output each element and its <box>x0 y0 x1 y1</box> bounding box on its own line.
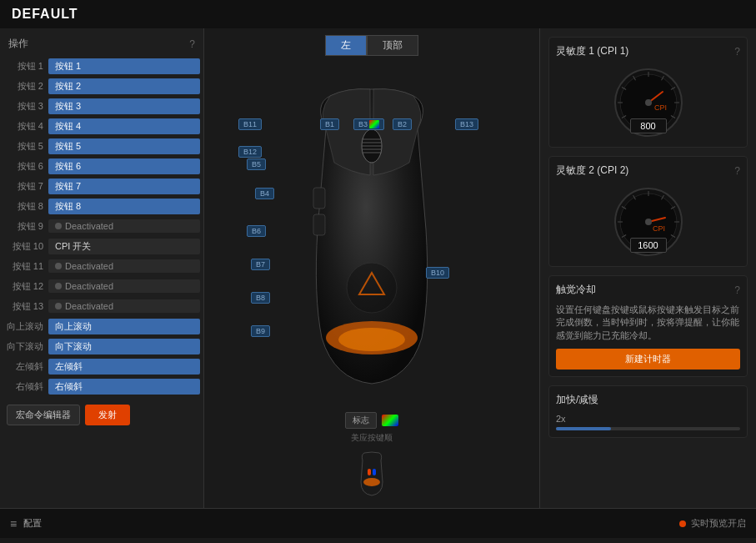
button-row-15[interactable]: 左倾斜左倾斜 <box>0 356 203 376</box>
button-row-2[interactable]: 按钮 3按钮 3 <box>0 96 203 116</box>
button-value-1[interactable]: 按钮 2 <box>48 78 200 94</box>
title-bar: DEFAULT <box>0 0 756 28</box>
bottom-buttons: 宏命令编辑器 发射 <box>0 400 203 430</box>
b10-label[interactable]: B10 <box>426 267 449 279</box>
config-label[interactable]: 配置 <box>23 517 42 530</box>
button-value-11[interactable]: Deactivated <box>48 279 200 293</box>
button-id-4: 按钮 5 <box>3 140 43 153</box>
button-row-6[interactable]: 按钮 7按钮 7 <box>0 176 203 196</box>
live-indicator <box>679 520 686 527</box>
svg-rect-14 <box>373 469 376 475</box>
b4-label[interactable]: B4 <box>255 188 274 199</box>
button-row-7[interactable]: 按钮 8按钮 8 <box>0 196 203 216</box>
b12-label[interactable]: B12 <box>238 146 262 158</box>
button-list: 按钮 1按钮 1按钮 2按钮 2按钮 3按钮 3按钮 4按钮 4按钮 5按钮 5… <box>0 56 203 396</box>
sensitivity1-dial[interactable]: CPI 800 <box>611 65 686 140</box>
help-icon[interactable]: ? <box>189 38 195 50</box>
button-id-15: 左倾斜 <box>3 360 43 373</box>
b5-label[interactable]: B5 <box>247 158 266 170</box>
button-value-10[interactable]: Deactivated <box>48 259 200 273</box>
mouse-thumbnail <box>356 450 388 501</box>
button-id-10: 按钮 11 <box>3 260 43 273</box>
button-id-8: 按钮 9 <box>3 220 43 233</box>
sensitivity1-section: 灵敏度 1 (CPI 1) ? <box>548 37 748 148</box>
svg-point-30 <box>645 99 652 106</box>
sensitivity1-value[interactable]: 800 <box>630 118 667 133</box>
button-value-5[interactable]: 按钮 6 <box>48 158 200 174</box>
svg-point-46 <box>645 219 652 225</box>
button-id-5: 按钮 6 <box>3 160 43 173</box>
view-top-button[interactable]: 顶部 <box>367 35 418 56</box>
view-toggle: 左 顶部 <box>325 35 418 56</box>
bottom-sublabel: 美应按键顺 <box>351 432 393 444</box>
button-row-3[interactable]: 按钮 4按钮 4 <box>0 116 203 136</box>
button-value-16[interactable]: 右倾斜 <box>48 379 200 395</box>
button-row-9[interactable]: 按钮 10CPI 开关 <box>0 236 203 256</box>
button-value-0[interactable]: 按钮 1 <box>48 58 200 74</box>
b2-label[interactable]: B2 <box>393 118 412 130</box>
button-row-12[interactable]: 按钮 13Deactivated <box>0 296 203 316</box>
sensitivity1-help[interactable]: ? <box>734 46 740 58</box>
button-row-4[interactable]: 按钮 5按钮 5 <box>0 136 203 156</box>
button-overlay: B11 B12 B1 B3 B2 B13 B5 B4 B6 <box>230 79 513 430</box>
button-id-14: 向下滚动 <box>3 340 43 353</box>
sensitivity2-value[interactable]: 1600 <box>630 238 667 253</box>
haptic-help[interactable]: ? <box>734 284 740 296</box>
right-panel: 灵敏度 1 (CPI 1) ? <box>539 28 756 508</box>
b7-label[interactable]: B7 <box>251 259 270 270</box>
acceleration-header: 加快/减慢 <box>556 393 740 407</box>
haptic-title: 触觉冷却 <box>556 283 596 297</box>
footer-left: ≡ 配置 <box>10 517 42 530</box>
sensitivity1-title: 灵敏度 1 (CPI 1) <box>556 44 628 58</box>
haptic-timer-button[interactable]: 新建计时器 <box>556 349 740 370</box>
button-value-12[interactable]: Deactivated <box>48 299 200 313</box>
button-value-15[interactable]: 左倾斜 <box>48 359 200 375</box>
button-row-5[interactable]: 按钮 6按钮 6 <box>0 156 203 176</box>
sensitivity2-help[interactable]: ? <box>734 165 740 177</box>
left-panel: 操作 ? 按钮 1按钮 1按钮 2按钮 2按钮 3按钮 3按钮 4按钮 4按钮 … <box>0 28 204 508</box>
button-row-0[interactable]: 按钮 1按钮 1 <box>0 56 203 76</box>
acceleration-section: 加快/减慢 2x <box>548 385 748 438</box>
b11-label[interactable]: B11 <box>238 118 262 130</box>
button-row-1[interactable]: 按钮 2按钮 2 <box>0 76 203 96</box>
button-row-10[interactable]: 按钮 11Deactivated <box>0 256 203 276</box>
mouse-container: B11 B12 B1 B3 B2 B13 B5 B4 B6 <box>230 63 513 409</box>
button-id-7: 按钮 8 <box>3 200 43 213</box>
macro-editor-button[interactable]: 宏命令编辑器 <box>7 405 80 425</box>
fire-button[interactable]: 发射 <box>85 405 130 425</box>
button-value-14[interactable]: 向下滚动 <box>48 339 200 354</box>
button-value-3[interactable]: 按钮 4 <box>48 118 200 134</box>
svg-text:CPI: CPI <box>653 224 665 233</box>
speed-bar[interactable] <box>556 427 740 430</box>
b1-label[interactable]: B1 <box>320 118 339 130</box>
button-row-14[interactable]: 向下滚动向下滚动 <box>0 336 203 356</box>
button-row-16[interactable]: 右倾斜右倾斜 <box>0 376 203 396</box>
button-row-13[interactable]: 向上滚动向上滚动 <box>0 316 203 336</box>
button-id-13: 向上滚动 <box>3 320 43 333</box>
button-row-11[interactable]: 按钮 12Deactivated <box>0 276 203 296</box>
button-value-4[interactable]: 按钮 5 <box>48 138 200 154</box>
sensitivity2-dial[interactable]: CPI 1600 <box>611 184 686 259</box>
b13-label[interactable]: B13 <box>455 118 478 130</box>
b3-label[interactable]: B3 <box>353 118 384 130</box>
sensitivity1-dial-container: CPI 800 <box>556 65 740 140</box>
button-value-7[interactable]: 按钮 8 <box>48 199 200 214</box>
sensitivity1-header: 灵敏度 1 (CPI 1) ? <box>556 44 740 58</box>
haptic-header: 触觉冷却 ? <box>556 283 740 297</box>
button-row-8[interactable]: 按钮 9Deactivated <box>0 216 203 236</box>
button-value-6[interactable]: 按钮 7 <box>48 178 200 194</box>
view-left-button[interactable]: 左 <box>325 35 367 56</box>
svg-text:CPI: CPI <box>654 103 667 112</box>
button-id-6: 按钮 7 <box>3 180 43 193</box>
center-panel: 左 顶部 <box>204 28 539 508</box>
button-value-9[interactable]: CPI 开关 <box>48 239 200 254</box>
b9-label[interactable]: B9 <box>251 325 270 337</box>
button-value-13[interactable]: 向上滚动 <box>48 319 200 334</box>
b6-label[interactable]: B6 <box>247 225 266 237</box>
operation-header: 操作 ? <box>0 33 203 56</box>
button-id-16: 右倾斜 <box>3 380 43 393</box>
button-value-8[interactable]: Deactivated <box>48 219 200 233</box>
button-value-2[interactable]: 按钮 3 <box>48 98 200 114</box>
b8-label[interactable]: B8 <box>251 292 270 304</box>
sensitivity2-header: 灵敏度 2 (CPI 2) ? <box>556 163 740 178</box>
